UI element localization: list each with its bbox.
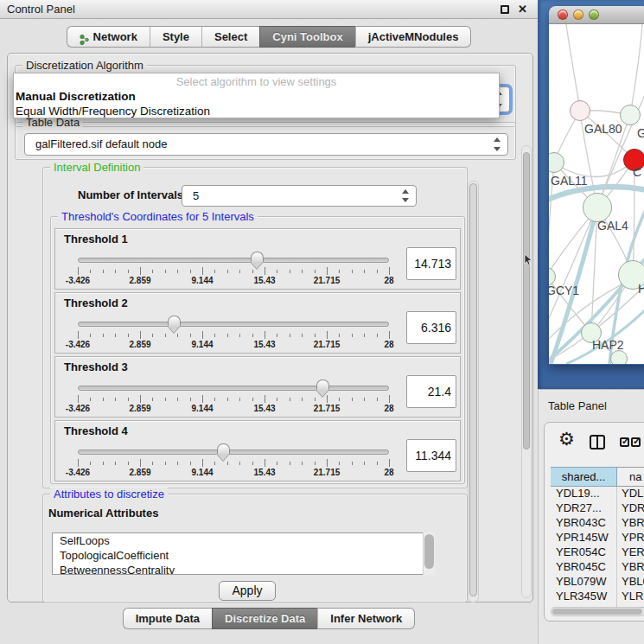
threshold-slider-handle[interactable] [168,316,181,326]
table-column-header[interactable]: na [617,467,644,487]
slider-ticks [78,331,389,339]
minimize-traffic-light[interactable] [573,10,583,20]
checkbox-icon[interactable] [620,437,629,447]
table-row[interactable]: YDR27... YDR2 [551,501,644,516]
threshold-slider-handle[interactable] [217,443,230,454]
threshold-slider-handle[interactable] [316,379,329,390]
bottom-tab[interactable]: Impute Data [123,608,212,629]
threshold-value-field[interactable] [406,375,456,408]
float-window-icon[interactable] [501,5,509,14]
table-cell[interactable]: YBR0 [617,516,644,531]
table-cell[interactable]: YPR145W [551,531,617,545]
dropdown-options: Manual Discretization Equal Width/Freque… [14,89,499,118]
table-horizontal-scrollbar[interactable] [551,607,644,616]
top-tab[interactable]: Select [201,26,259,48]
tick-label: 15.43 [253,276,275,285]
attributes-list-scrollbar-thumb[interactable] [424,534,434,569]
table-column-header[interactable]: shared... [551,467,617,487]
columns-icon[interactable] [590,435,605,450]
network-node-label: GAL11 [551,174,588,188]
gear-icon[interactable]: ⚙ [558,429,575,450]
top-tab-label: Network [93,26,137,48]
table-cell[interactable]: YDL19... [551,487,617,501]
threshold-slider-track[interactable] [78,450,389,455]
table-cell[interactable]: YBL0 [617,575,644,590]
zoom-traffic-light[interactable] [589,10,599,20]
column-header-label: na [629,470,641,483]
table-cell[interactable]: YLR345W [551,590,617,604]
table-row[interactable]: YBR045C YBR0 [551,560,644,575]
table-data-combobox[interactable]: galFiltered.sif default node [24,133,508,156]
network-node[interactable] [583,193,612,222]
network-node[interactable] [610,350,628,364]
close-icon[interactable]: ✕ [518,0,527,19]
attribute-list-item[interactable]: BetweennessCentrality [53,563,433,575]
table-cell[interactable]: YBR0 [617,560,644,575]
dropdown-option[interactable]: Equal Width/Frequency Discretization [14,104,499,118]
table-cell[interactable]: YDR2 [617,501,644,516]
panel-scrollbar-thumb[interactable] [523,152,530,450]
attribute-list-item[interactable]: TopologicalCoefficient [53,548,433,563]
bottom-tab[interactable]: Infer Network [317,608,415,629]
bottom-tab[interactable]: Discretize Data [212,608,317,629]
table-cell[interactable]: YLR3 [617,590,644,604]
top-tab-label: Style [163,26,189,48]
attributes-list-scrollbar[interactable] [423,532,435,575]
attribute-list-item[interactable]: SelfLoops [53,533,433,548]
threshold-slider-track[interactable] [78,258,389,263]
table-row[interactable]: YER054C YER0 [551,545,644,560]
table-row[interactable]: YBL079W YBL0 [551,575,644,590]
tick-label: 28 [384,404,393,413]
interval-definition-group: Interval Definition Number of Intervals … [42,167,468,488]
tick-label: 21.715 [314,340,341,349]
threshold-value-field[interactable] [406,247,456,280]
dropdown-placeholder-option[interactable]: Select algorithm to view settings [14,75,499,89]
table-cell[interactable]: YER0 [617,545,644,560]
network-window-titlebar[interactable] [549,6,644,24]
network-node-label: HAP2 [592,338,624,352]
tick-label: 21.715 [314,404,341,413]
threshold-label: Threshold 3 [64,360,128,373]
settings-scrollbar-thumb[interactable] [469,183,477,596]
checkbox-icon[interactable] [631,437,641,447]
table-row[interactable]: YLR345W YLR3 [551,590,644,604]
table-cell[interactable]: YBR043C [551,516,617,531]
number-of-intervals-combobox[interactable]: 5 [182,185,417,207]
tick-label: 15.43 [253,340,275,349]
top-tab[interactable]: Network [67,26,150,48]
table-cell[interactable]: YPR1 [617,531,644,545]
network-node-label: H [638,282,644,296]
table-row[interactable]: YPR145W YPR1 [551,531,644,545]
dropdown-option[interactable]: Manual Discretization [14,89,499,104]
table-cell[interactable]: YBR045C [551,560,617,575]
threshold-slider-handle[interactable] [251,252,264,262]
threshold-value-field[interactable] [406,311,456,344]
network-icon [80,31,89,43]
table-panel-title: Table Panel [548,399,607,412]
slider-ticks [78,267,389,275]
apply-button[interactable]: Apply [219,581,276,601]
tick-label: 9.144 [191,276,213,285]
network-desktop: GAL80 G. C GAL11 GAL4 [538,0,644,389]
network-canvas[interactable]: GAL80 G. C GAL11 GAL4 [549,24,644,364]
network-node[interactable] [620,105,641,125]
top-tab[interactable]: Style [150,26,201,48]
top-tab[interactable]: jActiveMNodules [355,26,472,48]
network-node[interactable] [570,100,590,121]
numerical-attributes-label: Numerical Attributes [48,507,158,520]
table-cell[interactable]: YBL079W [551,575,617,590]
close-traffic-light[interactable] [558,10,568,20]
table-horizontal-scrollbar-thumb[interactable] [552,609,642,615]
settings-scrollbar[interactable] [468,181,479,603]
threshold-value-field[interactable] [406,439,456,472]
table-cell[interactable]: YDR27... [551,501,617,516]
table-row[interactable]: YBR043C YBR0 [551,516,644,531]
table-row[interactable]: YDL19... YDL1 [551,487,644,501]
threshold-slider-track[interactable] [78,322,389,327]
table-cell[interactable]: YDL1 [617,487,644,501]
top-tab[interactable]: Cyni Toolbox [259,26,354,48]
panel-scrollbar[interactable] [521,145,532,598]
threshold-slider-track[interactable] [78,386,389,391]
table-cell[interactable]: YER054C [551,545,617,560]
threshold-box: Threshold 3 -3.4262.8599.14415.4321.7152… [54,356,461,418]
